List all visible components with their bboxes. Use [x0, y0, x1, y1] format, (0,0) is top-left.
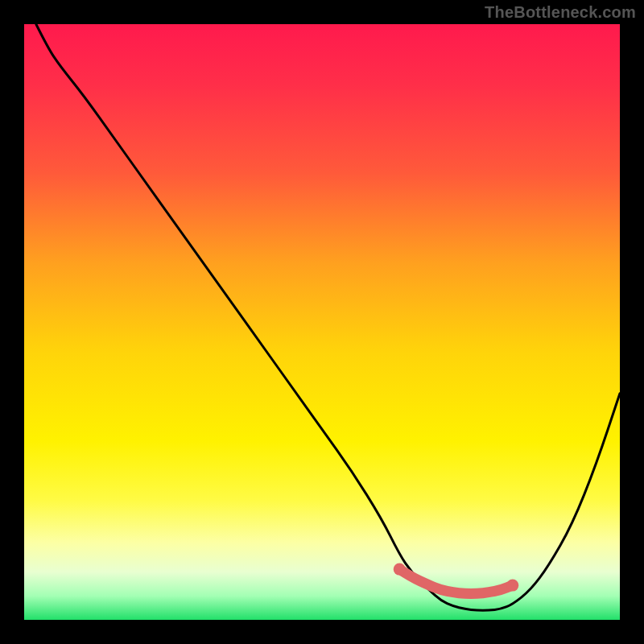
attribution-label: TheBottleneck.com	[485, 3, 636, 22]
chart-stage: TheBottleneck.com	[0, 0, 644, 644]
bottleneck-curve	[0, 0, 644, 644]
